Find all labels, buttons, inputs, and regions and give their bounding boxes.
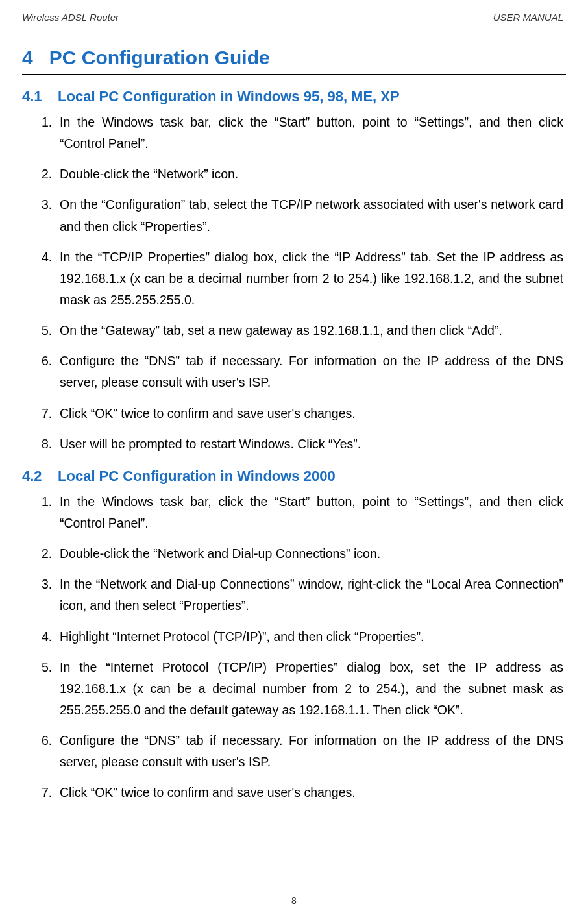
list-item-text: Configure the “DNS” tab if necessary. Fo… (60, 350, 563, 393)
list-item: 6.Configure the “DNS” tab if necessary. … (22, 730, 563, 773)
list-item-text: In the “TCP/IP Properties” dialog box, c… (60, 247, 563, 311)
page-header: Wireless ADSL Router USER MANUAL (0, 0, 588, 27)
chapter-divider (22, 74, 566, 75)
ordered-list: 1.In the Windows task bar, click the “St… (22, 491, 563, 804)
list-item: 3.In the “Network and Dial-up Connection… (22, 574, 563, 616)
list-item-number: 3. (22, 194, 60, 237)
list-item: 7.Click “OK” twice to confirm and save u… (22, 403, 563, 424)
list-item-number: 4. (22, 247, 60, 311)
list-item-number: 5. (22, 657, 60, 721)
section-name: Local PC Configuration in Windows 2000 (58, 468, 336, 484)
list-item: 5.In the “Internet Protocol (TCP/IP) Pro… (22, 657, 563, 721)
list-item-number: 6. (22, 350, 60, 393)
list-item-text: In the “Internet Protocol (TCP/IP) Prope… (60, 657, 563, 721)
list-item: 4.In the “TCP/IP Properties” dialog box,… (22, 247, 563, 311)
section-number: 4.2 (22, 468, 42, 484)
list-item-number: 1. (22, 112, 60, 154)
section-name: Local PC Configuration in Windows 95, 98… (58, 88, 400, 104)
header-right: USER MANUAL (493, 12, 563, 23)
list-item: 1.In the Windows task bar, click the “St… (22, 112, 563, 154)
list-item: 2.Double-click the “Network and Dial-up … (22, 543, 563, 565)
chapter-title: 4 PC Configuration Guide (22, 47, 566, 69)
list-item-number: 4. (22, 626, 60, 648)
section-title: 4.1 Local PC Configuration in Windows 95… (22, 88, 566, 105)
chapter-name: PC Configuration Guide (49, 47, 270, 68)
section-number: 4.1 (22, 88, 42, 104)
list-item-number: 1. (22, 491, 60, 534)
list-item-text: Highlight “Internet Protocol (TCP/IP)”, … (60, 626, 563, 648)
section-title: 4.2 Local PC Configuration in Windows 20… (22, 468, 566, 485)
list-item-text: On the “Gateway” tab, set a new gateway … (60, 320, 563, 341)
list-item-text: Configure the “DNS” tab if necessary. Fo… (60, 730, 563, 773)
list-item: 7.Click “OK” twice to confirm and save u… (22, 782, 563, 803)
list-item-text: In the Windows task bar, click the “Star… (60, 112, 563, 154)
list-item: 5.On the “Gateway” tab, set a new gatewa… (22, 320, 563, 341)
ordered-list: 1.In the Windows task bar, click the “St… (22, 112, 563, 455)
list-item-number: 2. (22, 164, 60, 185)
page-number: 8 (291, 895, 297, 906)
list-item-number: 7. (22, 403, 60, 424)
list-item: 4.Highlight “Internet Protocol (TCP/IP)”… (22, 626, 563, 648)
list-item-number: 6. (22, 730, 60, 773)
list-item-text: Double-click the “Network and Dial-up Co… (60, 543, 563, 565)
header-left: Wireless ADSL Router (22, 12, 119, 23)
list-item: 6.Configure the “DNS” tab if necessary. … (22, 350, 563, 393)
list-item-text: In the Windows task bar, click the “Star… (60, 491, 563, 534)
list-item-text: Click “OK” twice to confirm and save use… (60, 403, 563, 424)
list-item-text: In the “Network and Dial-up Connections”… (60, 574, 563, 616)
list-item: 8.User will be prompted to restart Windo… (22, 433, 563, 455)
list-item-number: 7. (22, 782, 60, 803)
list-item: 1.In the Windows task bar, click the “St… (22, 491, 563, 534)
list-item: 2.Double-click the “Network” icon. (22, 164, 563, 185)
list-item: 3.On the “Configuration” tab, select the… (22, 194, 563, 237)
header-divider (22, 27, 566, 27)
chapter-number: 4 (22, 47, 33, 68)
list-item-text: Double-click the “Network” icon. (60, 164, 563, 185)
list-item-text: User will be prompted to restart Windows… (60, 433, 563, 455)
list-item-text: Click “OK” twice to confirm and save use… (60, 782, 563, 803)
list-item-number: 5. (22, 320, 60, 341)
list-item-number: 3. (22, 574, 60, 616)
list-item-number: 2. (22, 543, 60, 565)
list-item-number: 8. (22, 433, 60, 455)
list-item-text: On the “Configuration” tab, select the T… (60, 194, 563, 237)
